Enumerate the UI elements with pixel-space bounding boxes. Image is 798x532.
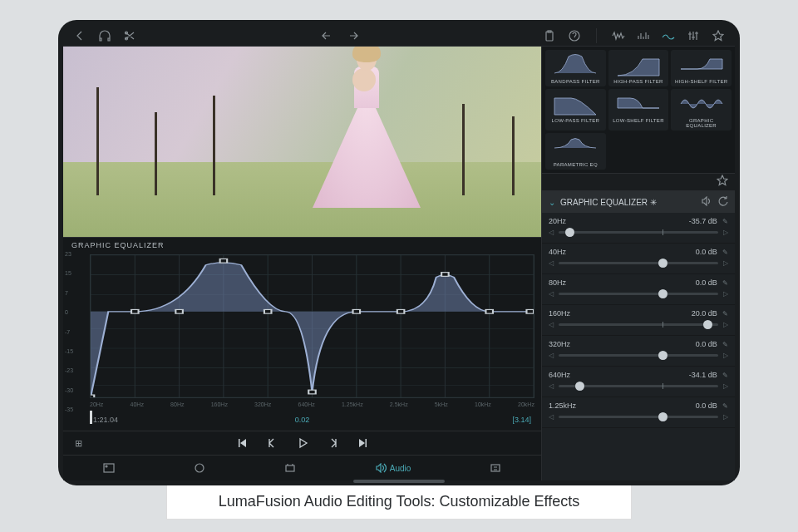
- decrease-icon[interactable]: ◁: [549, 259, 554, 267]
- pencil-icon[interactable]: ✎: [721, 310, 728, 318]
- skip-end-icon[interactable]: [357, 437, 369, 449]
- pencil-icon[interactable]: ✎: [721, 218, 728, 225]
- star-icon[interactable]: [717, 175, 728, 190]
- slider-thumb[interactable]: [565, 228, 574, 237]
- pencil-icon[interactable]: ✎: [721, 279, 728, 287]
- timeline[interactable]: 1:21.04 0.02 [3.14]: [63, 409, 541, 431]
- eq-band-controls: ⌄ GRAPHIC EQUALIZER ✳ 20Hz -35.7 dB ✎ ◁ …: [542, 191, 735, 480]
- spectrum-icon[interactable]: [637, 29, 650, 42]
- filter-presets: BANDPASS FILTER HIGH-PASS FILTER HIGH-SH…: [542, 47, 735, 173]
- scissors-icon[interactable]: [123, 29, 136, 42]
- band-db-value: 20.0 dB ✎: [692, 309, 728, 318]
- tab-info[interactable]: [490, 463, 501, 473]
- favorites-bar: [542, 173, 735, 191]
- band-slider[interactable]: [559, 262, 718, 264]
- decrease-icon[interactable]: ◁: [549, 352, 554, 359]
- svg-point-35: [106, 466, 107, 467]
- caption: LumaFusion Audio Editing Tools: Customiz…: [166, 484, 632, 520]
- decrease-icon[interactable]: ◁: [549, 382, 554, 390]
- skip-start-icon[interactable]: [236, 437, 248, 449]
- filter-graphic-eq[interactable]: GRAPHIC EQUALIZER: [671, 89, 732, 131]
- increase-icon[interactable]: ▷: [723, 413, 728, 421]
- filter-lowshelf[interactable]: LOW-SHELF FILTER: [608, 89, 669, 131]
- layers-icon[interactable]: ⊞: [75, 438, 82, 449]
- band-slider[interactable]: [559, 231, 718, 234]
- decrease-icon[interactable]: ◁: [549, 290, 554, 298]
- clipboard-icon[interactable]: [543, 29, 556, 42]
- svg-rect-23: [91, 395, 94, 397]
- playhead[interactable]: [90, 411, 92, 424]
- band-freq-label: 160Hz: [549, 309, 570, 318]
- slider-thumb[interactable]: [658, 289, 667, 298]
- band-slider[interactable]: [559, 293, 718, 295]
- back-icon[interactable]: [73, 29, 86, 42]
- increase-icon[interactable]: ▷: [723, 290, 728, 298]
- slider-thumb[interactable]: [658, 351, 667, 360]
- mixer-icon[interactable]: [687, 29, 700, 42]
- eq-band: 40Hz 0.0 dB ✎ ◁ ▷: [542, 244, 735, 274]
- pencil-icon[interactable]: ✎: [721, 341, 728, 348]
- filter-highshelf[interactable]: HIGH-SHELF FILTER: [671, 50, 732, 86]
- svg-rect-24: [131, 309, 139, 313]
- svg-rect-25: [175, 309, 183, 313]
- increase-icon[interactable]: ▷: [723, 382, 728, 390]
- band-slider[interactable]: [559, 416, 718, 418]
- tab-audio[interactable]: Audio: [375, 463, 411, 473]
- eq-graph-title: GRAPHIC EQUALIZER: [63, 238, 541, 253]
- help-icon[interactable]: [568, 29, 581, 42]
- decrease-icon[interactable]: ◁: [549, 413, 554, 421]
- next-frame-icon[interactable]: [328, 437, 339, 449]
- transport-controls: ⊞: [63, 431, 541, 456]
- slider-thumb[interactable]: [703, 320, 712, 329]
- svg-rect-0: [546, 32, 553, 41]
- svg-rect-37: [286, 466, 294, 471]
- chevron-down-icon[interactable]: ⌄: [549, 198, 555, 207]
- redo-icon[interactable]: [346, 29, 359, 42]
- band-slider[interactable]: [559, 385, 718, 387]
- waveform-icon[interactable]: [612, 29, 625, 42]
- band-db-value: 0.0 dB ✎: [696, 248, 728, 256]
- pencil-icon[interactable]: ✎: [721, 372, 728, 379]
- band-slider[interactable]: [559, 323, 718, 326]
- speaker-icon[interactable]: [701, 196, 712, 208]
- favorite-icon[interactable]: [712, 29, 725, 42]
- filter-bandpass[interactable]: BANDPASS FILTER: [545, 50, 606, 86]
- svg-point-36: [195, 464, 204, 472]
- eq-controls-header[interactable]: ⌄ GRAPHIC EQUALIZER ✳: [542, 191, 735, 213]
- eq-band: 80Hz 0.0 dB ✎ ◁ ▷: [542, 274, 735, 305]
- increase-icon[interactable]: ▷: [723, 229, 728, 236]
- video-preview[interactable]: [63, 47, 541, 238]
- filter-highpass[interactable]: HIGH-PASS FILTER: [608, 50, 669, 86]
- eq-x-axis: 20Hz40Hz80Hz160Hz320Hz640Hz1.25kHz2.5kHz…: [63, 400, 541, 409]
- play-icon[interactable]: [296, 436, 309, 450]
- prev-frame-icon[interactable]: [266, 437, 278, 449]
- filter-lowpass[interactable]: LOW-PASS FILTER: [545, 89, 606, 131]
- band-db-value: 0.0 dB ✎: [696, 401, 728, 410]
- increase-icon[interactable]: ▷: [723, 259, 728, 267]
- reset-icon[interactable]: [717, 196, 728, 209]
- app-frame: GRAPHIC EQUALIZER: [58, 20, 740, 485]
- eq-icon[interactable]: [662, 29, 675, 42]
- decrease-icon[interactable]: ◁: [549, 229, 554, 236]
- slider-thumb[interactable]: [658, 259, 667, 268]
- svg-rect-29: [353, 309, 361, 313]
- increase-icon[interactable]: ▷: [723, 321, 728, 328]
- undo-icon[interactable]: [321, 29, 334, 42]
- eq-graph[interactable]: [90, 254, 534, 398]
- bottom-tabs: Audio: [63, 456, 541, 480]
- band-slider[interactable]: [559, 354, 718, 357]
- pencil-icon[interactable]: ✎: [721, 249, 728, 256]
- slider-thumb[interactable]: [575, 382, 584, 391]
- tab-color[interactable]: [194, 463, 205, 473]
- tab-speed[interactable]: [284, 463, 296, 473]
- pencil-icon[interactable]: ✎: [721, 402, 728, 410]
- home-indicator: [353, 480, 445, 483]
- slider-thumb[interactable]: [658, 412, 667, 421]
- tab-frame[interactable]: [103, 463, 115, 473]
- decrease-icon[interactable]: ◁: [549, 321, 554, 328]
- eq-band: 1.25kHz 0.0 dB ✎ ◁ ▷: [542, 397, 735, 428]
- headphones-icon[interactable]: [98, 29, 111, 42]
- eq-band: 160Hz 20.0 dB ✎ ◁ ▷: [542, 305, 735, 336]
- increase-icon[interactable]: ▷: [723, 352, 728, 359]
- filter-parametric[interactable]: PARAMETRIC EQ: [545, 133, 606, 170]
